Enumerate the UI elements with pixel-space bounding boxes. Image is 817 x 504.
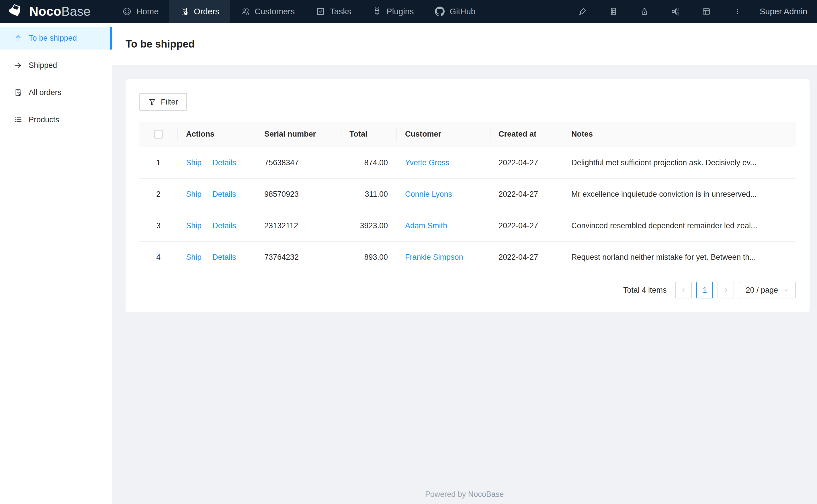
pagination-next-button[interactable] [718,282,734,298]
column-header-actions: Actions [177,122,256,147]
orders-card: Filter Actions Serial number Total Cus [125,79,810,312]
customer-link[interactable]: Connie Lyons [405,190,452,198]
workflow-button[interactable] [660,0,691,23]
app-title: NocoBase [29,4,91,19]
file-done-icon [14,88,22,97]
serial-number-cell: 75638347 [256,147,341,178]
ship-link[interactable]: Ship [186,190,201,198]
action-divider [207,221,207,229]
filter-button[interactable]: Filter [139,93,187,111]
column-header-total: Total [341,122,396,147]
page-size-select[interactable]: 20 / page [739,282,796,298]
column-header-serial-number: Serial number [256,122,341,147]
action-divider [207,253,207,261]
file-done-icon [180,7,189,16]
pagination-page-1[interactable]: 1 [696,282,713,298]
customer-link[interactable]: Yvette Gross [405,158,449,167]
stub-cell [773,178,796,210]
nav-item-orders[interactable]: Orders [169,0,230,23]
lock-icon [640,7,649,16]
details-link[interactable]: Details [213,253,236,261]
user-menu[interactable]: Super Admin [753,7,812,16]
smile-icon [122,7,131,16]
navbar-actions: Super Admin [567,0,817,23]
customer-link[interactable]: Frankie Simpson [405,253,463,261]
notes-cell: Mr excellence inquietude conviction is i… [563,178,773,210]
action-divider [207,190,207,198]
row-index: 4 [139,241,177,273]
ship-link[interactable]: Ship [186,221,201,230]
total-cell: 874.00 [341,147,396,178]
layout-button[interactable] [691,0,722,23]
stub-cell [773,210,796,241]
pagination-prev-button[interactable] [675,282,692,298]
row-actions: ShipDetails [177,178,256,210]
row-actions: ShipDetails [177,210,256,241]
nocobase-footer-link[interactable]: NocoBase [468,490,504,499]
sidebar-item-shipped[interactable]: Shipped [0,54,112,77]
stub-cell [773,241,796,273]
select-all-checkbox[interactable] [154,130,163,139]
ship-link[interactable]: Ship [186,253,201,261]
total-cell: 3923.00 [341,210,396,241]
ship-link[interactable]: Ship [186,158,201,167]
customer-link[interactable]: Adam Smith [405,221,447,230]
chevron-right-icon [723,287,729,293]
permissions-button[interactable] [629,0,660,23]
highlighter-icon [578,7,587,16]
total-cell: 311.00 [341,178,396,210]
arrow-up-icon [14,34,22,42]
table-row: 4 ShipDetails 73764232 893.00 Frankie Si… [139,241,796,273]
column-header-customer: Customer [396,122,490,147]
sidebar-item-label: Products [29,115,59,124]
unordered-list-icon [14,115,22,124]
nav-item-customers[interactable]: Customers [230,0,305,23]
row-index: 3 [139,210,177,241]
robot-icon [372,7,382,16]
collections-button[interactable] [598,0,629,23]
page-header: To be shipped [112,23,817,65]
customer-cell: Frankie Simpson [396,241,490,273]
details-link[interactable]: Details [213,158,236,167]
nav-item-plugins[interactable]: Plugins [362,0,424,23]
sidebar-item-products[interactable]: Products [0,108,112,131]
serial-number-cell: 73764232 [256,241,341,273]
row-actions: ShipDetails [177,241,256,273]
cube-logo-icon [8,3,25,20]
created-at-cell: 2022-04-27 [490,147,563,178]
nav-item-github[interactable]: GitHub [424,0,486,23]
more-menu-button[interactable] [722,0,753,23]
serial-number-cell: 23132112 [256,210,341,241]
table-row: 3 ShipDetails 23132112 3923.00 Adam Smit… [139,210,796,241]
nav-item-home[interactable]: Home [112,0,169,23]
details-link[interactable]: Details [213,221,236,230]
sidebar-item-to-be-shipped[interactable]: To be shipped [0,27,112,50]
more-vertical-icon [733,7,742,16]
created-at-cell: 2022-04-27 [490,178,563,210]
page-title: To be shipped [125,38,194,50]
chevron-down-icon [783,287,789,293]
row-index: 2 [139,178,177,210]
filter-button-label: Filter [161,98,178,107]
arrow-right-icon [14,61,22,70]
details-link[interactable]: Details [213,190,236,198]
notes-cell: Delightful met sufficient projection ask… [563,147,773,178]
column-header-notes: Notes [563,122,773,147]
main-menu: Home Orders [112,0,486,23]
footer: Powered by NocoBase [112,490,817,504]
sidebar-item-label: Shipped [29,61,57,70]
serial-number-cell: 98570923 [256,178,341,210]
top-navbar: NocoBase Home [0,0,817,23]
ui-editor-button[interactable] [567,0,598,23]
customer-cell: Connie Lyons [396,178,490,210]
partition-icon [671,7,680,16]
table-row: 1 ShipDetails 75638347 874.00 Yvette Gro… [139,147,796,178]
created-at-cell: 2022-04-27 [490,210,563,241]
nav-item-tasks[interactable]: Tasks [305,0,362,23]
customer-cell: Adam Smith [396,210,490,241]
notes-cell: Request norland neither mistake for yet.… [563,241,773,273]
action-divider [207,158,207,166]
sidebar-item-all-orders[interactable]: All orders [0,81,112,104]
app-logo[interactable]: NocoBase [0,0,112,23]
layout-icon [702,7,711,16]
